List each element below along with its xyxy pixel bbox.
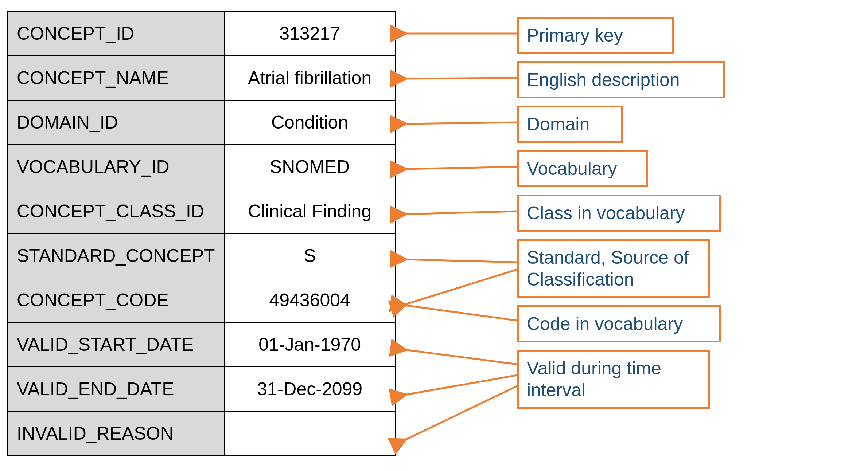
annotation-vocabulary: Vocabulary	[517, 150, 648, 187]
diagram-canvas: CONCEPT_ID 313217 CONCEPT_NAME Atrial fi…	[0, 0, 868, 471]
arrow-icon	[405, 270, 517, 305]
field-value: Condition	[224, 100, 396, 145]
annotation-valid-interval: Valid during time interval	[517, 350, 710, 409]
field-value: 49436004	[224, 278, 396, 322]
arrow-icon	[405, 375, 517, 395]
field-name: VALID_END_DATE	[8, 367, 224, 411]
annotation-primary-key: Primary key	[517, 17, 674, 54]
table-row: CONCEPT_ID 313217	[8, 11, 396, 56]
table-row: VALID_END_DATE 31-Dec-2099	[8, 367, 396, 411]
arrow-icon	[405, 211, 517, 214]
arrow-icon	[405, 78, 517, 79]
annotation-domain: Domain	[517, 106, 623, 143]
annotation-standard-source: Standard, Source of Classification	[517, 239, 710, 298]
field-value: Clinical Finding	[224, 189, 396, 233]
field-name: VOCABULARY_ID	[8, 145, 224, 189]
arrow-icon	[405, 350, 517, 364]
field-value: SNOMED	[224, 145, 396, 189]
field-name: CONCEPT_ID	[8, 11, 224, 56]
arrow-icon	[405, 386, 517, 440]
arrow-icon	[405, 259, 517, 262]
field-name: DOMAIN_ID	[8, 100, 224, 145]
table-row: CONCEPT_CODE 49436004	[8, 278, 396, 322]
table-row: CONCEPT_NAME Atrial fibrillation	[8, 56, 396, 100]
arrow-icon	[405, 122, 517, 124]
field-name: CONCEPT_CODE	[8, 278, 224, 322]
table-row: DOMAIN_ID Condition	[8, 100, 396, 145]
annotation-class-in-vocabulary: Class in vocabulary	[517, 195, 721, 232]
field-value: 01-Jan-1970	[224, 322, 396, 367]
table-row: INVALID_REASON	[8, 411, 396, 456]
table-row: VALID_START_DATE 01-Jan-1970	[8, 322, 396, 367]
field-value	[224, 411, 396, 456]
field-value: Atrial fibrillation	[224, 56, 396, 100]
table-row: VOCABULARY_ID SNOMED	[8, 145, 396, 189]
field-name: CONCEPT_NAME	[8, 56, 224, 100]
arrow-icon	[405, 167, 517, 169]
concept-table: CONCEPT_ID 313217 CONCEPT_NAME Atrial fi…	[7, 11, 396, 456]
annotation-english-description: English description	[517, 61, 725, 98]
field-value: 313217	[224, 11, 396, 56]
table-row: CONCEPT_CLASS_ID Clinical Finding	[8, 189, 396, 233]
table-row: STANDARD_CONCEPT S	[8, 233, 396, 278]
field-name: CONCEPT_CLASS_ID	[8, 189, 224, 233]
field-value: 31-Dec-2099	[224, 367, 396, 411]
field-name: STANDARD_CONCEPT	[8, 233, 224, 278]
field-value: S	[224, 233, 396, 278]
field-name: INVALID_REASON	[8, 411, 224, 456]
field-name: VALID_START_DATE	[8, 322, 224, 367]
arrow-icon	[405, 305, 517, 321]
annotation-code-in-vocabulary: Code in vocabulary	[517, 305, 721, 342]
